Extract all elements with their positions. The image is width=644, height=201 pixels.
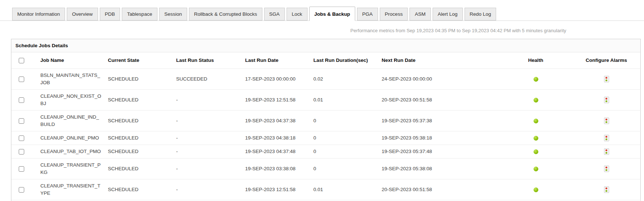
job-name-cell: CLEANUP_ONLINE_PMO (32, 131, 105, 145)
row-checkbox[interactable] (19, 166, 24, 172)
last-run-date-cell: 17-SEP-2023 00:00:00 (242, 69, 310, 90)
job-row: CLEANUP_ONLINE_PMOSCHEDULED-19-SEP-2023 … (11, 131, 641, 145)
tab-tablespace[interactable]: Tablespace (122, 8, 157, 21)
alarm-red-dot (605, 149, 607, 151)
last-run-duration-cell: 0.01 (310, 90, 379, 111)
tab-jobs-backup[interactable]: Jobs & Backup (309, 7, 356, 21)
row-select-cell (11, 179, 32, 200)
configure-alarms-icon[interactable] (604, 165, 609, 172)
tab-sga[interactable]: SGA (264, 8, 285, 21)
alarm-red-dot (605, 187, 607, 189)
configure-alarms-cell (572, 131, 641, 145)
column-header-last-run-date: Last Run Date (242, 52, 310, 69)
configure-alarms-icon[interactable] (604, 186, 609, 193)
alarm-green-dot (605, 138, 607, 140)
configure-alarms-icon[interactable] (604, 118, 609, 124)
health-ok-icon[interactable] (534, 187, 538, 192)
tab-monitor-information[interactable]: Monitor Information (12, 8, 65, 21)
configure-alarms-icon[interactable] (604, 76, 609, 82)
current-state-cell: SCHEDULED (105, 159, 173, 179)
current-state-cell: SCHEDULED (105, 131, 173, 145)
configure-alarms-cell (572, 159, 641, 179)
alarm-green-dot (605, 100, 607, 102)
tab-overview[interactable]: Overview (67, 8, 98, 21)
column-header-last-run-duration: Last Run Duration(sec) (310, 52, 379, 69)
current-state-cell: SCHEDULED (105, 90, 173, 111)
job-row: CLEANUP_ONLINE_IND_BUILDSCHEDULED-19-SEP… (11, 111, 641, 131)
tab-asm[interactable]: ASM (410, 8, 430, 21)
tab-session[interactable]: Session (159, 8, 187, 21)
alarm-red-dot (605, 167, 607, 168)
current-state-cell: SCHEDULED (105, 179, 173, 200)
next-run-date-cell: 20-SEP-2023 00:51:58 (379, 179, 500, 200)
configure-alarms-icon[interactable] (604, 135, 609, 141)
health-ok-icon[interactable] (534, 119, 538, 123)
alarm-green-dot (605, 169, 607, 171)
next-run-date-cell: 19-SEP-2023 05:38:08 (379, 159, 500, 179)
next-run-date-cell: 20-SEP-2023 00:51:58 (379, 90, 500, 111)
last-run-status-cell: - (173, 145, 242, 159)
current-state-cell: SCHEDULED (105, 145, 173, 159)
health-ok-icon[interactable] (534, 167, 538, 171)
row-select-cell (11, 145, 32, 159)
health-cell (500, 131, 572, 145)
row-checkbox[interactable] (19, 118, 24, 124)
alarm-red-dot (605, 77, 607, 79)
job-row: CLEANUP_NON_EXIST_OBJSCHEDULED-19-SEP-20… (11, 90, 641, 111)
tab-redo-log[interactable]: Redo Log (465, 8, 496, 21)
tab-process[interactable]: Process (380, 8, 408, 21)
configure-alarms-cell (572, 111, 641, 131)
current-state-cell: SCHEDULED (105, 69, 173, 90)
row-checkbox[interactable] (19, 135, 24, 141)
table-header-row: Job Name Current State Last Run Status L… (11, 52, 641, 69)
last-run-status-cell: - (173, 111, 242, 131)
tab-lock[interactable]: Lock (287, 8, 308, 21)
configure-alarms-icon[interactable] (604, 97, 609, 103)
configure-alarms-cell (572, 90, 641, 111)
health-ok-icon[interactable] (534, 77, 538, 82)
tab-pdb[interactable]: PDB (100, 8, 120, 21)
last-run-date-cell: 19-SEP-2023 04:38:18 (242, 131, 310, 145)
job-name-cell: CLEANUP_TAB_IOT_PMO (32, 145, 105, 159)
configure-alarms-cell (572, 69, 641, 90)
job-name-cell: CLEANUP_TRANSIENT_TYPE (32, 179, 105, 200)
row-checkbox[interactable] (19, 149, 24, 155)
configure-alarms-icon[interactable] (604, 148, 609, 155)
alarm-red-dot (605, 98, 607, 100)
select-all-checkbox[interactable] (19, 58, 24, 63)
alarm-green-dot (605, 79, 607, 81)
job-name-cell: CLEANUP_TRANSIENT_PKG (32, 159, 105, 179)
column-header-configure-alarms: Configure Alarms (572, 52, 641, 69)
health-ok-icon[interactable] (534, 98, 538, 103)
tab-rollback-corrupted-blocks[interactable]: Rollback & Corrupted Blocks (189, 8, 262, 21)
alarm-red-dot (605, 119, 607, 120)
health-cell (500, 111, 572, 131)
last-run-status-cell: - (173, 179, 242, 200)
last-run-status-cell: - (173, 90, 242, 111)
job-row: CLEANUP_TAB_IOT_PMOSCHEDULED-19-SEP-2023… (11, 145, 641, 159)
health-cell (500, 159, 572, 179)
last-run-status-cell: - (173, 131, 242, 145)
current-state-cell: SCHEDULED (105, 111, 173, 131)
row-select-cell (11, 111, 32, 131)
tab-pga[interactable]: PGA (357, 8, 378, 21)
health-cell (500, 69, 572, 90)
row-select-cell (11, 69, 32, 90)
next-run-date-cell: 19-SEP-2023 05:38:18 (379, 131, 500, 145)
row-select-cell (11, 90, 32, 111)
schedule-jobs-table: Job Name Current State Last Run Status L… (11, 52, 641, 201)
configure-alarms-cell (572, 145, 641, 159)
row-checkbox[interactable] (19, 97, 24, 103)
row-checkbox[interactable] (19, 77, 24, 82)
job-row: CLEANUP_TRANSIENT_TYPESCHEDULED-19-SEP-2… (11, 179, 641, 200)
tab-alert-log[interactable]: Alert Log (433, 8, 463, 21)
health-ok-icon[interactable] (534, 149, 538, 154)
row-select-cell (11, 159, 32, 179)
last-run-duration-cell: 0 (310, 131, 379, 145)
next-run-date-cell: 24-SEP-2023 00:00:00 (379, 69, 500, 90)
last-run-duration-cell: 0 (310, 159, 379, 179)
health-cell (500, 179, 572, 200)
last-run-date-cell: 19-SEP-2023 04:37:38 (242, 111, 310, 131)
health-ok-icon[interactable] (534, 136, 538, 141)
row-checkbox[interactable] (19, 187, 24, 193)
